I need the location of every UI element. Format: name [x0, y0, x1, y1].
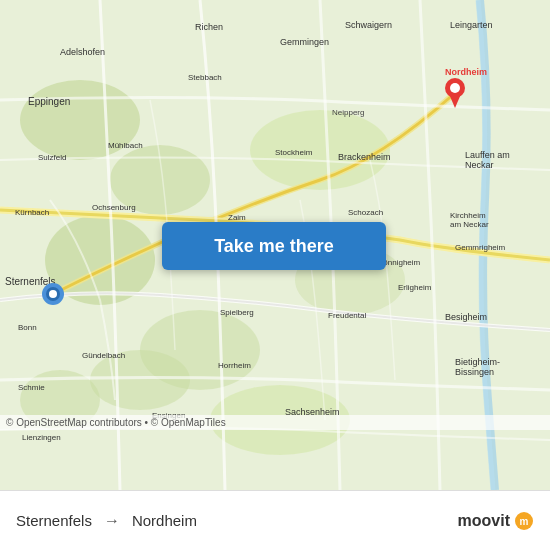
svg-text:Kürnbach: Kürnbach	[15, 208, 49, 217]
svg-point-49	[450, 83, 460, 93]
svg-point-53	[49, 290, 57, 298]
moovit-logo: moovit m	[458, 511, 534, 531]
take-me-there-button[interactable]: Take me there	[162, 222, 386, 270]
route-info: Sternenfels → Nordheim	[16, 512, 458, 530]
svg-text:Sulzfeld: Sulzfeld	[38, 153, 66, 162]
svg-text:m: m	[520, 516, 529, 527]
svg-text:Leingarten: Leingarten	[450, 20, 493, 30]
svg-text:Adelshofen: Adelshofen	[60, 47, 105, 57]
svg-text:am Neckar: am Neckar	[450, 220, 489, 229]
svg-text:Schmie: Schmie	[18, 383, 45, 392]
svg-text:Neckar: Neckar	[465, 160, 494, 170]
svg-text:Bietigheim-: Bietigheim-	[455, 357, 500, 367]
svg-text:Kirchheim: Kirchheim	[450, 211, 486, 220]
svg-text:Lienzingen: Lienzingen	[22, 433, 61, 442]
moovit-brand-text: moovit	[458, 512, 510, 530]
map-container: Adelshofen Richen Gemmingen Schwaigern L…	[0, 0, 550, 490]
svg-text:Spielberg: Spielberg	[220, 308, 254, 317]
route-arrow-icon: →	[104, 512, 120, 530]
route-to: Nordheim	[132, 512, 197, 529]
svg-text:Stockheim: Stockheim	[275, 148, 313, 157]
svg-text:Stebbach: Stebbach	[188, 73, 222, 82]
moovit-logo-icon: m	[514, 511, 534, 531]
svg-text:Zaim: Zaim	[228, 213, 246, 222]
svg-text:Neipperg: Neipperg	[332, 108, 364, 117]
svg-text:Bonn: Bonn	[18, 323, 37, 332]
svg-text:Mühlbach: Mühlbach	[108, 141, 143, 150]
map-copyright: © OpenStreetMap contributors • © OpenMap…	[0, 415, 550, 430]
svg-text:Gündelbach: Gündelbach	[82, 351, 125, 360]
svg-text:Schozach: Schozach	[348, 208, 383, 217]
svg-text:Besigheim: Besigheim	[445, 312, 487, 322]
svg-text:Bissingen: Bissingen	[455, 367, 494, 377]
svg-text:Eppingen: Eppingen	[28, 96, 70, 107]
svg-text:Gemmrigheim: Gemmrigheim	[455, 243, 506, 252]
svg-text:Freudental: Freudental	[328, 311, 366, 320]
svg-text:Brackenheim: Brackenheim	[338, 152, 391, 162]
svg-text:Nordheim: Nordheim	[445, 67, 487, 77]
svg-text:Erligheim: Erligheim	[398, 283, 432, 292]
route-from: Sternenfels	[16, 512, 92, 529]
svg-text:Ochsenburg: Ochsenburg	[92, 203, 136, 212]
bottom-bar: Sternenfels → Nordheim moovit m	[0, 490, 550, 550]
svg-text:Horrheim: Horrheim	[218, 361, 251, 370]
svg-text:Schwaigern: Schwaigern	[345, 20, 392, 30]
svg-text:Richen: Richen	[195, 22, 223, 32]
svg-text:Lauffen am: Lauffen am	[465, 150, 510, 160]
svg-text:Gemmingen: Gemmingen	[280, 37, 329, 47]
